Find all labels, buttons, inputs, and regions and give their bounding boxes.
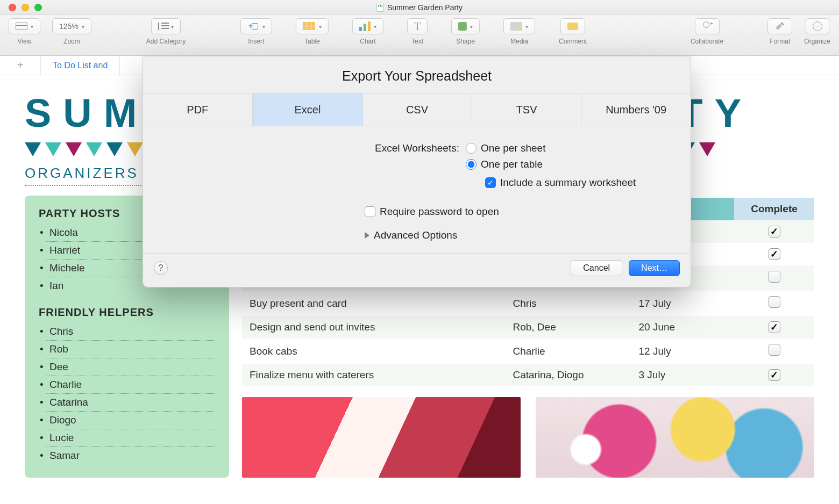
tab-pdf[interactable]: PDF	[143, 94, 253, 126]
complete-checkbox[interactable]	[769, 344, 780, 356]
friendly-helpers-heading: FRIENDLY HELPERS	[39, 306, 215, 319]
who-cell[interactable]: Rob, Dee	[505, 316, 631, 339]
tab-csv[interactable]: CSV	[362, 94, 472, 126]
add-category-button[interactable]: ▾	[151, 18, 181, 34]
minimize-window-button[interactable]	[22, 4, 29, 11]
help-button[interactable]: ?	[154, 261, 168, 275]
deadline-cell[interactable]: 20 June	[631, 316, 735, 339]
cancel-button[interactable]: Cancel	[571, 260, 622, 276]
complete-checkbox[interactable]: ✓	[769, 369, 780, 381]
complete-checkbox[interactable]: ✓	[769, 321, 780, 333]
text-button[interactable]: T	[407, 18, 428, 34]
list-item: Charlie	[46, 376, 215, 394]
window-controls	[0, 4, 42, 11]
deadline-cell[interactable]: 12 July	[631, 339, 735, 364]
radio-one-per-table[interactable]	[466, 159, 477, 170]
complete-cell[interactable]: ✓	[734, 364, 814, 386]
format-button[interactable]	[767, 18, 792, 34]
zoom-button[interactable]: 125% ▾	[52, 18, 91, 34]
complete-checkbox[interactable]	[769, 296, 780, 308]
list-item: Catarina	[46, 394, 215, 412]
complete-cell[interactable]: ✓	[734, 243, 814, 265]
chevron-down-icon: ▾	[82, 24, 84, 30]
close-window-button[interactable]	[9, 4, 16, 11]
comment-button[interactable]	[560, 18, 585, 34]
table-icon	[303, 22, 316, 31]
complete-cell[interactable]	[734, 291, 814, 316]
tab-excel[interactable]: Excel	[253, 93, 363, 126]
table-row[interactable]: Finalize menu with caterersCatarina, Dio…	[242, 364, 814, 386]
chevron-down-icon: ▾	[374, 24, 376, 30]
deadline-cell[interactable]: 17 July	[631, 291, 735, 316]
toolbar-center: ▾ Insert ▾ Table ▾ Chart T Text ▾ Shape …	[240, 18, 599, 45]
toolbar: ▾ View 125% ▾ Zoom ▾ Add Category ▾ Inse…	[0, 15, 839, 56]
chevron-down-icon: ▾	[470, 24, 473, 30]
sheet-tab[interactable]: To Do List and	[41, 56, 120, 75]
shape-label: Shape	[456, 38, 475, 45]
shape-icon	[458, 22, 467, 31]
image-placeholder	[536, 397, 814, 478]
view-button[interactable]: ▾	[9, 18, 40, 34]
list-item: Diogo	[46, 412, 215, 429]
format-label: Format	[770, 38, 790, 45]
complete-checkbox[interactable]	[769, 271, 780, 283]
add-sheet-button[interactable]: +	[0, 56, 41, 75]
chart-label: Chart	[360, 38, 375, 45]
tab-numbers09[interactable]: Numbers '09	[581, 94, 691, 126]
complete-checkbox[interactable]: ✓	[769, 248, 780, 260]
view-label: View	[18, 38, 32, 45]
who-cell[interactable]: Catarina, Diogo	[505, 364, 631, 386]
include-summary-checkbox[interactable]: ✓	[485, 177, 496, 188]
who-cell[interactable]: Charlie	[505, 339, 631, 364]
table-button[interactable]: ▾	[296, 18, 329, 34]
add-category-label: Add Category	[146, 38, 186, 45]
require-password-checkbox[interactable]: ✓	[365, 206, 375, 217]
complete-cell[interactable]: ✓	[734, 316, 814, 339]
task-cell[interactable]: Design and send out invites	[242, 316, 505, 339]
next-button[interactable]: Next…	[629, 260, 680, 276]
organize-button[interactable]	[806, 18, 829, 34]
task-cell[interactable]: Book cabs	[242, 339, 505, 364]
complete-cell[interactable]: ✓	[734, 220, 814, 243]
collaborate-button[interactable]	[695, 18, 720, 34]
complete-checkbox[interactable]: ✓	[769, 226, 780, 237]
advanced-options-label: Advanced Options	[374, 229, 457, 241]
export-dialog-title: Export Your Spreadsheet	[143, 56, 691, 93]
task-cell[interactable]: Finalize menu with caterers	[242, 364, 505, 386]
zoom-label: Zoom	[63, 38, 80, 45]
document-icon	[376, 3, 384, 12]
task-cell[interactable]: Buy present and card	[242, 291, 505, 316]
list-item: Dee	[46, 358, 215, 376]
export-body: Excel Worksheets: One per sheet One per …	[143, 126, 691, 253]
one-per-sheet-label: One per sheet	[481, 142, 545, 154]
table-row[interactable]: Buy present and cardChris17 July	[242, 291, 814, 316]
collaborate-icon	[702, 21, 713, 31]
export-format-tabs: PDF Excel CSV TSV Numbers '09	[143, 93, 691, 126]
disclosure-triangle-icon	[365, 232, 369, 239]
friendly-helpers-list: Chris Rob Dee Charlie Catarina Diogo Luc…	[39, 323, 215, 464]
one-per-table-label: One per table	[481, 159, 543, 170]
media-button[interactable]: ▾	[503, 18, 535, 34]
table-row[interactable]: Design and send out invitesRob, Dee20 Ju…	[242, 316, 814, 339]
organize-icon	[813, 21, 822, 31]
deadline-cell[interactable]: 3 July	[631, 364, 735, 386]
zoom-window-button[interactable]	[34, 4, 42, 11]
insert-button[interactable]: ▾	[240, 18, 272, 34]
table-row[interactable]: Book cabsCharlie12 July	[242, 339, 814, 364]
list-icon	[158, 23, 168, 30]
who-cell[interactable]: Chris	[505, 291, 631, 316]
radio-one-per-sheet[interactable]	[466, 143, 477, 154]
chevron-down-icon: ▾	[31, 24, 33, 30]
window-title: Summer Garden Party	[387, 3, 463, 12]
tab-tsv[interactable]: TSV	[472, 94, 582, 126]
shape-button[interactable]: ▾	[451, 18, 480, 34]
complete-cell[interactable]	[734, 265, 814, 291]
zoom-value: 125%	[59, 22, 79, 31]
chart-button[interactable]: ▾	[352, 18, 383, 34]
excel-worksheets-label: Excel Worksheets:	[143, 142, 466, 154]
complete-cell[interactable]	[734, 339, 814, 364]
advanced-options-disclosure[interactable]: Advanced Options	[143, 222, 691, 249]
organize-label: Organize	[804, 38, 830, 45]
comment-label: Comment	[559, 38, 587, 45]
title-bar: Summer Garden Party	[0, 0, 839, 15]
